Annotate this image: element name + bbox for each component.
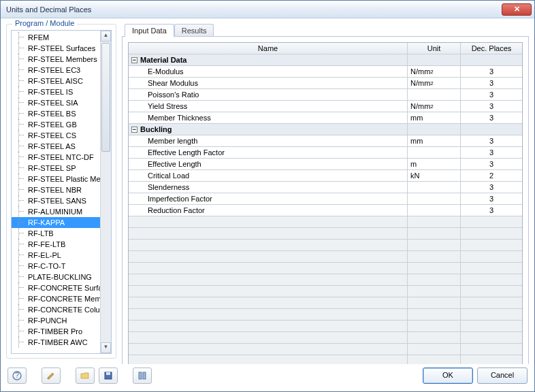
tree-item[interactable]: RF-LTB (12, 228, 100, 239)
tree-item[interactable]: RF-STEEL BS (12, 108, 100, 119)
tree-item[interactable]: RF-STEEL IS (12, 86, 100, 97)
tree-item[interactable]: RF-CONCRETE Colum (12, 304, 100, 315)
collapse-icon[interactable]: − (131, 57, 137, 63)
cell-dec-places[interactable]: 2 (461, 170, 522, 181)
tree-item[interactable]: RF-PUNCH (12, 315, 100, 326)
open-icon[interactable] (76, 368, 95, 384)
grid-data-row[interactable]: Imperfection Factor3 (129, 193, 522, 205)
vertical-scrollbar[interactable]: ▲ ▼ (100, 31, 111, 353)
cell-dec-places[interactable]: 3 (461, 147, 522, 158)
module-tree-wrap: RFEMRF-STEEL SurfacesRF-STEEL MembersRF-… (11, 30, 112, 354)
cell-unit[interactable]: N/mm2 (408, 78, 461, 88)
grid-section-row[interactable]: −Buckling (129, 124, 522, 135)
cell-name: Member length (129, 135, 408, 146)
ok-button[interactable]: OK (423, 368, 473, 384)
tree-item[interactable]: RF-CONCRETE Surfac (12, 282, 100, 293)
collapse-icon[interactable]: − (131, 127, 137, 133)
tree-item[interactable]: RF-STEEL GB (12, 119, 100, 130)
tree-item[interactable]: RF-STEEL SP (12, 163, 100, 174)
grid-data-row[interactable]: Poisson's Ratio3 (129, 89, 522, 101)
tree-item[interactable]: RF-EL-PL (12, 250, 100, 261)
grid-data-row[interactable]: Effective Length Factor3 (129, 147, 522, 159)
grid-data-row[interactable]: Slenderness3 (129, 182, 522, 193)
cell-dec-places[interactable]: 3 (461, 66, 522, 77)
cell-unit[interactable] (408, 182, 461, 193)
svg-rect-4 (139, 372, 142, 379)
tab[interactable]: Results (174, 24, 214, 37)
tree-item[interactable]: RF-STEEL Members (12, 54, 100, 65)
window-title: Units and Decimal Places (6, 5, 502, 14)
tree-item[interactable]: RF-STEEL EC3 (12, 65, 100, 76)
cell-unit[interactable] (408, 193, 461, 204)
cell-unit[interactable]: m (408, 159, 461, 169)
tree-item[interactable]: RF-TIMBER AWC (12, 337, 100, 348)
tree-item[interactable]: RFEM (12, 32, 100, 43)
tree-item[interactable]: RF-STEEL SIA (12, 97, 100, 108)
cell-dec-places[interactable]: 3 (461, 135, 522, 146)
cell-name: Poisson's Ratio (129, 89, 408, 100)
cell-dec-places[interactable]: 3 (461, 112, 522, 123)
grid-empty-row (129, 263, 522, 274)
header-unit[interactable]: Unit (408, 43, 461, 54)
grid-data-row[interactable]: Member lengthmm3 (129, 135, 522, 147)
tab[interactable]: Input Data (125, 24, 174, 37)
cell-name: Reduction Factor (129, 205, 408, 216)
tree-item[interactable]: RF-STEEL AISC (12, 76, 100, 86)
cell-dec-places[interactable]: 3 (461, 182, 522, 193)
tree-item[interactable]: RF-C-TO-T (12, 261, 100, 272)
cell-dec-places[interactable]: 3 (461, 101, 522, 112)
grid-data-row[interactable]: Critical LoadkN2 (129, 170, 522, 182)
cell-unit[interactable]: kN (408, 170, 461, 181)
cell-dec-places[interactable]: 3 (461, 193, 522, 204)
tree-item[interactable]: PLATE-BUCKLING (12, 272, 100, 282)
cell-unit[interactable]: mm (408, 112, 461, 123)
edit-icon[interactable] (42, 368, 61, 384)
grid-data-row[interactable]: Member Thicknessmm3 (129, 112, 522, 124)
grid-data-row[interactable]: Shear ModulusN/mm23 (129, 78, 522, 89)
cell-dec-places[interactable]: 3 (461, 159, 522, 169)
cell-unit[interactable] (408, 205, 461, 216)
tree-item[interactable]: RF-STEEL NBR (12, 184, 100, 195)
cell-dec-places[interactable]: 3 (461, 78, 522, 88)
defaults-icon[interactable] (133, 368, 152, 384)
cell-name: E-Modulus (129, 66, 408, 77)
scroll-down-button[interactable]: ▼ (101, 342, 111, 353)
tree-item[interactable]: RF-STEEL Plastic Mem (12, 174, 100, 184)
tree-item[interactable]: RF-STEEL NTC-DF (12, 152, 100, 163)
titlebar[interactable]: Units and Decimal Places ✕ (1, 1, 534, 18)
section-label: Material Data (140, 56, 187, 64)
tree-item[interactable]: RF-FE-LTB (12, 239, 100, 250)
save-icon[interactable] (99, 368, 118, 384)
cancel-button[interactable]: Cancel (477, 368, 528, 384)
tree-item[interactable]: RF-STEEL Surfaces (12, 43, 100, 54)
help-icon[interactable]: ? (7, 368, 27, 384)
cell-unit[interactable] (408, 89, 461, 100)
close-button[interactable]: ✕ (502, 3, 532, 16)
grid-data-row[interactable]: E-ModulusN/mm23 (129, 66, 522, 78)
cell-dec-places[interactable]: 3 (461, 89, 522, 100)
tree-item[interactable]: RF-TIMBER Pro (12, 326, 100, 337)
cell-unit[interactable]: N/mm2 (408, 66, 461, 77)
grid-data-row[interactable]: Effective Lengthm3 (129, 159, 522, 170)
grid-section-row[interactable]: −Material Data (129, 54, 522, 66)
cell-unit[interactable]: mm (408, 135, 461, 146)
grid-data-row[interactable]: Reduction Factor3 (129, 205, 522, 216)
module-tree[interactable]: RFEMRF-STEEL SurfacesRF-STEEL MembersRF-… (12, 31, 100, 353)
tree-item[interactable]: RF-CONCRETE Membe (12, 293, 100, 304)
cell-unit[interactable]: N/mm2 (408, 101, 461, 112)
cell-unit[interactable] (408, 147, 461, 158)
grid-data-row[interactable]: Yield StressN/mm23 (129, 101, 522, 112)
header-dec-places[interactable]: Dec. Places (461, 43, 522, 54)
tree-item[interactable]: RF-STEEL CS (12, 130, 100, 141)
content-area: Program / Module RFEMRF-STEEL SurfacesRF… (1, 18, 534, 364)
tree-item[interactable]: RF-STEEL AS (12, 141, 100, 152)
grid-empty-row (129, 297, 522, 309)
dialog-window: Units and Decimal Places ✕ Program / Mod… (0, 0, 535, 392)
tree-item[interactable]: RF-ALUMINIUM (12, 206, 100, 217)
cell-dec-places[interactable]: 3 (461, 205, 522, 216)
scroll-thumb[interactable] (101, 43, 110, 152)
scroll-up-button[interactable]: ▲ (101, 31, 111, 42)
header-name[interactable]: Name (129, 43, 408, 54)
tree-item[interactable]: RF-KAPPA (12, 217, 100, 228)
tree-item[interactable]: RF-STEEL SANS (12, 195, 100, 206)
